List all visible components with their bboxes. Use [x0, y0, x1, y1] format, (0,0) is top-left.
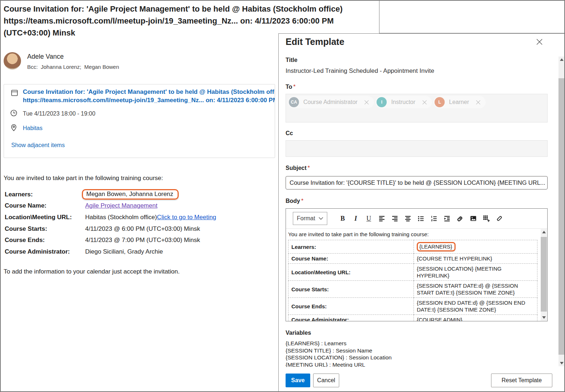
row-value: {SESSION END DATE:d} @ {SESSION END DATE… [414, 298, 537, 315]
cc-field-label: Cc [286, 130, 293, 137]
indent-icon[interactable] [443, 215, 451, 222]
variable-item: {SESSION TITLE} : Session Name [286, 347, 539, 354]
align-right-icon[interactable] [391, 215, 399, 222]
row-label: Course Ends: [5, 237, 85, 244]
course-name-link[interactable]: Agile Project Management [85, 202, 157, 209]
variable-item: {LEARNERS} : Learners [286, 340, 539, 347]
title-field-label: Title [286, 57, 298, 63]
reset-template-button[interactable]: Reset Template [491, 374, 552, 387]
remove-recipient-icon[interactable] [420, 98, 428, 106]
location-pin-icon [10, 124, 18, 132]
chip-avatar: CA [289, 97, 299, 107]
go-to-meeting-link[interactable]: Click to go to Meeting [157, 214, 216, 221]
email-body-outro: To add the information to your calendar … [4, 268, 180, 275]
meeting-time: Tue 4/11/2023 18:00 - 19:00 [23, 110, 95, 117]
to-field-label: To* [286, 84, 296, 90]
meeting-subject-line2: https://teams.microsoft.com/l/meetup-joi… [23, 96, 275, 104]
edit-template-dialog: Edit Template Title Instructor-Led Train… [278, 33, 565, 392]
meeting-card: Course Invitation for: 'Agile Project Ma… [4, 84, 275, 158]
row-value: {COURSE ADMIN} [414, 315, 537, 321]
eraser-icon[interactable] [495, 215, 503, 222]
bold-icon[interactable]: B [339, 215, 346, 222]
bullet-list-icon[interactable] [417, 215, 425, 222]
italic-icon[interactable]: I [352, 215, 360, 222]
editor-body[interactable]: You are invited to take part in the foll… [286, 229, 541, 321]
annotation-highlight-box: Megan Bowen, Johanna Lorenz [82, 189, 179, 200]
required-asterisk: * [301, 198, 303, 204]
variable-item: {SESSION LOCATION} : Session Location [286, 354, 539, 361]
dialog-scrollbar[interactable] [558, 57, 565, 366]
row-label: Learners: [288, 240, 414, 254]
table-row: Location\Meeting URL: {SESSION LOCATION}… [288, 264, 537, 281]
to-recipients-field[interactable]: CA Course Administrator I Instructor L L… [286, 94, 548, 122]
link-icon[interactable] [456, 215, 464, 222]
editor-scrollbar[interactable] [541, 229, 547, 321]
image-icon[interactable] [469, 215, 477, 222]
variables-list: {LEARNERS} : Learners {SESSION TITLE} : … [286, 340, 539, 367]
table-row: Course Ends: 4/11/2023 @ 7:00 PM (UTC+03… [5, 234, 273, 246]
email-subject: Course Invitation for: 'Agile Project Ma… [0, 0, 379, 33]
chevron-down-icon [319, 217, 323, 220]
course-starts-value: 4/11/2023 @ 6:00 PM (UTC+03:00) Minsk [85, 225, 200, 233]
sender-avatar[interactable] [4, 52, 21, 70]
required-asterisk: * [293, 84, 295, 90]
title-field-value: Instructor-Led Training Scheduled - Appo… [286, 67, 434, 75]
remove-recipient-icon[interactable] [474, 98, 482, 106]
row-label: Course Name: [5, 202, 85, 209]
meeting-location-link[interactable]: Habitas [23, 125, 42, 132]
row-value: {SESSION START DATE:d} @ {SESSION START … [414, 281, 537, 298]
show-adjacent-items-link[interactable]: Show adjacent items [11, 142, 65, 149]
required-asterisk: * [308, 165, 310, 171]
table-row: Course Starts: {SESSION START DATE:d} @ … [288, 281, 537, 298]
scrollbar-thumb[interactable] [541, 237, 547, 312]
underline-icon[interactable]: U [365, 215, 373, 222]
subject-field-label: Subject* [286, 165, 310, 171]
screenshot: Course Invitation for: 'Agile Project Ma… [0, 0, 565, 392]
table-icon[interactable] [482, 215, 490, 222]
align-left-icon[interactable] [378, 215, 386, 222]
chip-label: Course Administrator [303, 99, 357, 105]
table-row: Course Administrator: Diego Siciliani, G… [5, 246, 273, 258]
row-label: Course Name: [288, 254, 414, 264]
align-center-icon[interactable] [404, 215, 412, 222]
editor-toolbar: Format B I U [286, 209, 547, 229]
recipient-chip: I Instructor [375, 96, 432, 108]
scroll-up-icon[interactable] [558, 57, 565, 63]
subject-input[interactable]: Course Invitation for: '{COURSE TITLE}' … [286, 176, 548, 189]
save-button[interactable]: Save [286, 374, 310, 387]
learners-variable: {LEARNERS} [419, 243, 452, 250]
meeting-subject-link[interactable]: Course Invitation for: 'Agile Project Ma… [23, 88, 275, 104]
row-value: {SESSION LOCATION} {MEETING HYPERLINK} [414, 264, 537, 281]
scrollbar-thumb[interactable] [558, 78, 565, 355]
calendar-icon [11, 89, 18, 97]
template-table: Learners: {LEARNERS} Course Name: {COURS… [288, 240, 537, 321]
learners-value: Megan Bowen, Johanna Lorenz [86, 191, 173, 197]
table-row: Course Administrator: {COURSE ADMIN} [288, 315, 537, 321]
table-row: Course Starts: 4/11/2023 @ 6:00 PM (UTC+… [5, 223, 273, 235]
cc-recipients-field[interactable] [286, 140, 548, 157]
recipient-chip: L Learner [433, 96, 486, 108]
scroll-down-icon[interactable] [558, 360, 565, 366]
table-row: Course Ends: {SESSION END DATE:d} @ {SES… [288, 298, 537, 315]
row-label: Course Ends: [288, 298, 414, 315]
meeting-subject-line1: Course Invitation for: 'Agile Project Ma… [23, 88, 275, 96]
row-label: Location\Meeting URL: [288, 264, 414, 281]
row-label: Location\Meeting URL: [5, 214, 85, 221]
table-row: Course Name: {COURSE TITLE HYPERLINK} [288, 254, 537, 264]
email-body-intro: You are invited to take part in the foll… [4, 175, 163, 182]
recipient-chip: CA Course Administrator [288, 96, 374, 108]
row-label: Course Administrator: [288, 315, 414, 321]
chip-label: Instructor [391, 99, 415, 105]
scroll-up-icon[interactable] [541, 229, 547, 235]
row-label: Course Administrator: [5, 248, 85, 255]
dialog-title: Edit Template [286, 37, 344, 47]
course-admin-value: Diego Siciliani, Grady Archie [85, 248, 163, 255]
cancel-button[interactable]: Cancel [313, 374, 339, 387]
numbered-list-icon[interactable] [430, 215, 438, 222]
clock-icon [10, 109, 18, 117]
scroll-down-icon[interactable] [541, 314, 547, 321]
location-value: Habitas (Stockholm office) [85, 214, 157, 221]
remove-recipient-icon[interactable] [362, 98, 370, 106]
close-icon[interactable] [536, 39, 544, 46]
format-dropdown[interactable]: Format [293, 212, 327, 225]
